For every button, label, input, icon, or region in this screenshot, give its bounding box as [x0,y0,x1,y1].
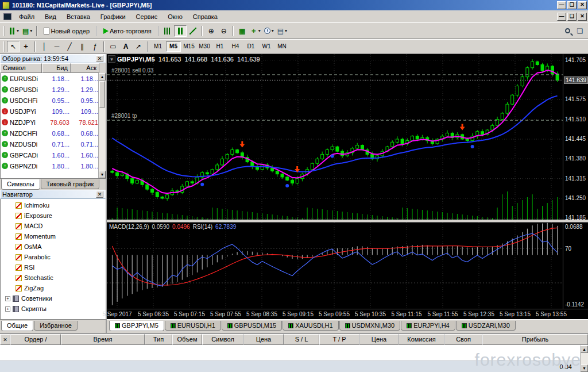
bar-chart-button[interactable] [161,25,174,37]
navigator-item-zigzag[interactable]: ZigZag [1,283,106,293]
zoom-out-button[interactable]: ⊖ [218,25,230,37]
market-watch-scrollbar[interactable]: ▲ ▼ [98,73,106,178]
chart-window-icon[interactable] [3,13,11,20]
terminal-close-icon[interactable]: ✕ [0,334,10,345]
column-header-2[interactable]: Аск [71,63,99,73]
chart-tab-gbpjpyi-m5[interactable]: GBPJPYi,M5 [109,321,164,331]
child-close-button[interactable]: ✕ [578,13,587,21]
menu-графики[interactable]: Графики [95,11,131,22]
chart-tab-gbpusdi-m15[interactable]: GBPUSDi,M15 [222,321,282,331]
navigator-item-iexposure[interactable]: iExposure [1,210,106,221]
navigator-item-parabolic[interactable]: Parabolic [1,252,106,262]
price-scale[interactable]: 141.705141.639141.575141.510141.445141.3… [563,54,588,220]
scroll-up-icon[interactable]: ▲ [581,346,588,353]
candlestick-chart-button[interactable] [174,25,187,37]
menu-вид[interactable]: Вид [40,11,61,22]
navigator-item-macd[interactable]: MACD [1,221,106,231]
market-watch-row-nzdusdi[interactable]: ↑NZDUSDi0.71...0.71... [1,139,106,149]
market-watch-tab-символы[interactable]: Символы [1,179,40,190]
expand-icon[interactable]: + [5,306,10,312]
terminal-column-open_price[interactable]: Цена [243,334,284,345]
tile-windows-button[interactable]: ▦ [236,25,249,37]
order-row[interactable] [0,345,588,356]
market-watch-tab-тиковый-график[interactable]: Тиковый график [41,179,100,189]
menu-вставка[interactable]: Вставка [61,11,95,22]
terminal-column-commission[interactable]: Комиссия [399,334,444,345]
trendline-tool-button[interactable]: ╱ [63,41,76,52]
navigator-close-icon[interactable]: ✕ [96,191,103,198]
timeframe-m5[interactable]: M5 [166,41,181,52]
toolbar-handle[interactable] [3,26,5,36]
shapes-tool-button[interactable]: ▭ [107,41,119,52]
new-chart-button[interactable]: ▾ [7,25,21,37]
timeframe-d1[interactable]: D1 [243,41,258,52]
indicators-button[interactable]: ＋▾ [249,25,262,37]
market-watch-close-icon[interactable]: ✕ [96,55,103,62]
timeframe-w1[interactable]: W1 [259,41,274,52]
indicator-scale[interactable]: 0.068870-0.1142 [563,223,588,309]
navigator-item-скрипты[interactable]: +Скрипты [1,304,106,314]
autotrading-button[interactable]: Авто-торговля [99,25,156,37]
one-click-trading-toggle[interactable]: ▼ [108,55,115,63]
market-watch-row-usdjpyi[interactable]: ↓USDJPYi109....109.... [1,106,106,117]
navigator-item-osma[interactable]: OsMA [1,241,106,252]
menu-файл[interactable]: Файл [14,11,40,22]
terminal-scrollbar[interactable]: ▲ ▼ [580,346,588,372]
terminal-column-swap[interactable]: Своп [444,334,482,345]
market-watch-row-nzdchfi[interactable]: ↑NZDCHFi0.68...0.68... [1,128,106,139]
navigator-item-ichimoku[interactable]: Ichimoku [1,200,106,210]
scroll-up-icon[interactable]: ▲ [99,73,106,80]
channel-tool-button[interactable]: ∥ [76,41,88,52]
market-watch-row-gbpnzdi[interactable]: ↑GBPNZDi1.80...1.80... [1,160,106,171]
templates-button[interactable]: ▤▾ [276,25,289,37]
line-chart-button[interactable] [187,25,199,37]
timeframe-m30[interactable]: M30 [197,41,212,52]
scroll-down-icon[interactable]: ▼ [99,171,106,178]
market-watch-row-usdchfi[interactable]: ↑USDCHFi0.95...0.95... [1,95,106,106]
column-header-0[interactable]: Символ [0,63,42,73]
arrows-tool-button[interactable]: ↗ [132,41,145,52]
chart-tab-xauusdi-h1[interactable]: XAUUSDi,H1 [283,321,338,331]
navigator-item-советники[interactable]: +Советники [1,293,106,304]
market-watch-row-gbpusdi[interactable]: ↑GBPUSDi1.29...1.29... [1,84,106,95]
profiles-button[interactable]: ▤▾ [21,25,34,37]
scroll-down-icon[interactable]: ▼ [581,365,588,372]
main-chart-pane[interactable]: #28001 sell 0.03#28001 tp 141.705141.639… [107,54,588,220]
time-axis[interactable]: 5 Sep 20175 Sep 06:355 Sep 07:155 Sep 07… [107,309,588,319]
navigator-item-rsi[interactable]: RSI [1,262,106,273]
navigator-item-momentum[interactable]: Momentum [1,231,106,241]
timeframe-h4[interactable]: H4 [228,41,243,52]
horizontal-line-tool-button[interactable]: ─ [51,41,63,52]
navigator-item-stochastic[interactable]: Stochastic [1,273,106,283]
terminal-column-volume[interactable]: Объем [172,334,202,345]
terminal-column-type[interactable]: Тип [145,334,172,345]
cascade-windows-button[interactable]: ❏ [574,25,586,37]
periods-button[interactable]: ▾ [262,25,276,37]
terminal-column-id[interactable]: Ордер / [10,334,61,345]
navigator-tab-избранное[interactable]: Избранное [34,321,78,331]
menu-окно[interactable]: Окно [163,11,188,22]
terminal-column-time[interactable]: Время [61,334,145,345]
terminal-column-tp[interactable]: T / P [319,334,359,345]
text-tool-button[interactable]: A [119,41,132,52]
crosshair-tool-button[interactable]: ＋ [20,41,32,52]
timeframe-h1[interactable]: H1 [212,41,227,52]
child-minimize-button[interactable]: — [557,13,566,21]
timeframe-mn[interactable]: MN [274,41,289,52]
market-watch-row-gbpcadi[interactable]: ↑GBPCADi1.60...1.60... [1,149,106,160]
terminal-column-symbol[interactable]: Символ [202,334,243,345]
timeframe-m1[interactable]: M1 [150,41,165,52]
menu-сервис[interactable]: Сервис [131,11,163,22]
close-button[interactable]: ✕ [578,1,587,9]
terminal-column-price[interactable]: Цена [359,334,399,345]
cursor-tool-button[interactable]: ↖ [7,41,20,52]
chart-tab-eurjpyi-h4[interactable]: EURJPYi,H4 [401,321,455,331]
market-watch-row-eurusdi[interactable]: ↑EURUSDi1.18...1.18... [1,73,106,84]
timeframe-m15[interactable]: M15 [181,41,196,52]
child-restore-button[interactable]: ❏ [567,13,577,21]
market-watch-row-nzdjpyi[interactable]: ↓NZDJPYi78.60378.621 [1,117,106,128]
toolbar-handle[interactable] [3,41,5,52]
menu-справка[interactable]: Справка [188,11,223,22]
new-order-button[interactable]: Новый ордер [40,25,94,37]
chart-tab-usdzari-m30[interactable]: USDZARi,M30 [456,321,516,331]
